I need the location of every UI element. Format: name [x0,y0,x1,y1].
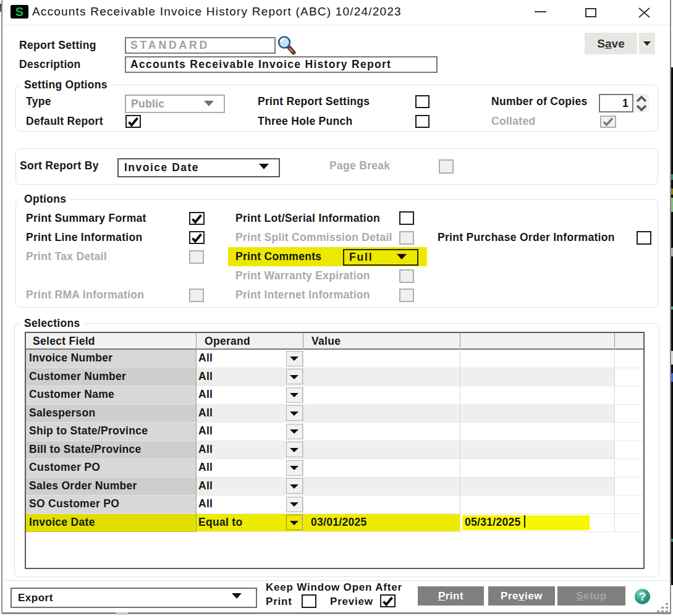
svg-text:?: ? [639,590,646,603]
